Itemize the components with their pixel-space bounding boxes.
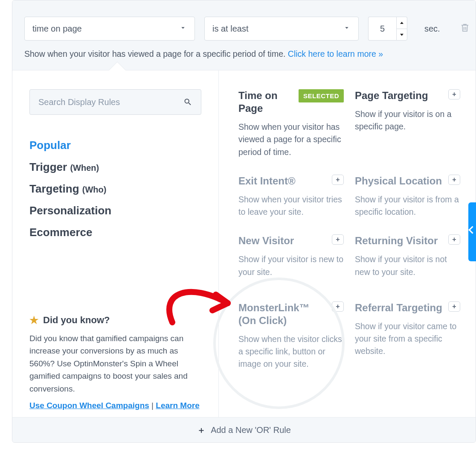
category-personalization[interactable]: Personalization xyxy=(29,204,201,217)
rule-desc: Show when your visitor tries to leave yo… xyxy=(238,193,344,219)
rule-card-new-visitor[interactable]: New Visitor + Show if your visitor is ne… xyxy=(238,234,344,278)
rule-title: Referral Targeting xyxy=(355,301,442,314)
tip-link-learn-more[interactable]: Learn More xyxy=(156,401,199,410)
rule-desc: Show when the visitor clicks a specific … xyxy=(238,333,344,371)
rule-desc: Show if your visitor is new to your site… xyxy=(238,253,344,278)
rule-card-page-targeting[interactable]: Page Targeting + Show if your visitor is… xyxy=(355,89,460,158)
rules-sidebar: Popular Trigger (When) Targeting (Who) P… xyxy=(12,70,219,417)
duration-input[interactable] xyxy=(368,17,396,41)
add-rule-button[interactable]: + xyxy=(332,234,344,245)
category-trigger[interactable]: Trigger (When) xyxy=(29,161,201,174)
footer-label: Add a New 'OR' Rule xyxy=(211,425,291,435)
add-rule-button[interactable]: + xyxy=(448,234,460,245)
learn-more-link[interactable]: Click here to learn more » xyxy=(288,49,383,58)
display-rules-panel: time on page is at least xyxy=(12,0,476,443)
rule-desc: Show if your visitor came to your site f… xyxy=(355,320,460,358)
selected-badge: SELECTED xyxy=(299,89,344,102)
star-icon: ★ xyxy=(29,314,39,326)
side-drawer-tab[interactable] xyxy=(468,202,476,261)
rule-desc: Show if your visitor is from a specific … xyxy=(355,193,460,219)
category-list: Popular Trigger (When) Targeting (Who) P… xyxy=(29,139,201,239)
chevron-down-icon xyxy=(343,24,351,34)
duration-unit: sec. xyxy=(424,24,440,34)
tip-heading: Did you know? xyxy=(43,315,110,326)
add-rule-button[interactable]: + xyxy=(448,301,460,312)
decrement-button[interactable] xyxy=(396,29,407,41)
rule-title: Exit Intent® xyxy=(238,175,296,187)
plus-icon: ＋ xyxy=(197,424,206,436)
rule-desc: Show if your visitor is on a specific pa… xyxy=(355,108,460,133)
category-ecommerce[interactable]: Ecommerce xyxy=(29,226,201,239)
rule-title: New Visitor xyxy=(238,234,294,247)
rule-title: Time on Page xyxy=(238,89,294,115)
rule-card-time-on-page[interactable]: Time on Page SELECTED Show when your vis… xyxy=(238,89,344,158)
rules-grid: Time on Page SELECTED Show when your vis… xyxy=(219,70,476,417)
delete-rule-button[interactable] xyxy=(460,22,470,35)
rule-card-referral-targeting[interactable]: Referral Targeting + Show if your visito… xyxy=(355,295,460,371)
rule-title: Returning Visitor xyxy=(355,234,438,247)
rule-card-returning-visitor[interactable]: Returning Visitor + Show if your visitor… xyxy=(355,234,460,278)
rule-card-monsterlink[interactable]: MonsterLink™ (On Click) + Show when the … xyxy=(238,295,344,371)
operator-select[interactable]: is at least xyxy=(204,17,359,41)
chevron-down-icon xyxy=(179,24,187,34)
operator-value: is at least xyxy=(212,24,248,34)
condition-row: time on page is at least xyxy=(12,0,476,70)
rule-help-text: Show when your visitor has viewed a page… xyxy=(24,49,464,59)
rule-desc: Show when your visitor has viewed a page… xyxy=(238,121,344,158)
add-rule-button[interactable]: + xyxy=(332,301,344,312)
rule-title: Page Targeting xyxy=(355,89,428,102)
category-popular[interactable]: Popular xyxy=(29,139,201,152)
rule-title: MonsterLink™ (On Click) xyxy=(238,301,328,327)
tip-link-coupon-wheel[interactable]: Use Coupon Wheel Campaigns xyxy=(29,401,149,410)
add-or-rule-button[interactable]: ＋ Add a New 'OR' Rule xyxy=(12,417,476,442)
increment-button[interactable] xyxy=(396,17,407,29)
add-rule-button[interactable]: + xyxy=(448,175,460,185)
search-input-wrapper[interactable] xyxy=(29,89,201,115)
trash-icon xyxy=(460,22,470,33)
tip-body: Did you know that gamified campaigns can… xyxy=(29,332,201,395)
rule-type-select[interactable]: time on page xyxy=(24,17,195,41)
rule-card-exit-intent[interactable]: Exit Intent® + Show when your visitor tr… xyxy=(238,175,344,219)
add-rule-button[interactable]: + xyxy=(332,175,344,185)
rule-card-physical-location[interactable]: Physical Location + Show if your visitor… xyxy=(355,175,460,219)
duration-stepper[interactable] xyxy=(368,17,407,41)
add-rule-button[interactable]: + xyxy=(448,89,460,99)
search-icon xyxy=(183,97,192,107)
rule-title: Physical Location xyxy=(355,175,442,187)
rule-type-value: time on page xyxy=(32,24,82,34)
rule-desc: Show if your visitor is not new to your … xyxy=(355,253,460,278)
category-targeting[interactable]: Targeting (Who) xyxy=(29,182,201,196)
tip-box: ★ Did you know? Did you know that gamifi… xyxy=(29,314,201,410)
search-input[interactable] xyxy=(38,97,183,107)
